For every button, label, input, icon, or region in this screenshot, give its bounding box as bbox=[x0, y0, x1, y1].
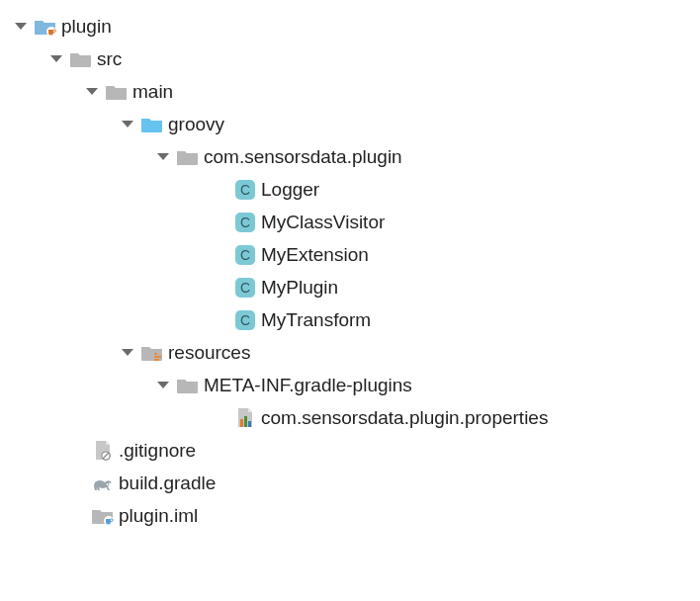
svg-text:C: C bbox=[240, 182, 250, 198]
tree-row[interactable]: plugin bbox=[10, 10, 700, 43]
expand-arrow-icon[interactable] bbox=[117, 121, 138, 128]
class-icon: C bbox=[231, 309, 259, 331]
gitignore-icon bbox=[89, 440, 117, 462]
iml-icon bbox=[89, 506, 117, 526]
expand-arrow-icon[interactable] bbox=[152, 153, 174, 160]
tree-item-label: com.sensorsdata.plugin bbox=[202, 146, 402, 168]
tree-row[interactable]: CMyClassVisitor bbox=[10, 206, 700, 238]
expand-arrow-icon[interactable] bbox=[81, 88, 103, 95]
tree-item-label: MyTransform bbox=[259, 309, 371, 331]
tree-item-label: MyExtension bbox=[259, 244, 369, 266]
class-icon: C bbox=[231, 244, 259, 266]
svg-rect-16 bbox=[248, 421, 251, 427]
tree-row[interactable]: com.sensorsdata.plugin bbox=[10, 140, 700, 173]
tree-row[interactable]: CMyPlugin bbox=[10, 271, 700, 303]
tree-item-label: plugin.iml bbox=[117, 505, 198, 527]
class-icon: C bbox=[231, 212, 259, 233]
tree-row[interactable]: CLogger bbox=[10, 173, 700, 206]
tree-item-label: main bbox=[131, 81, 173, 103]
tree-item-label: META-INF.gradle-plugins bbox=[202, 375, 412, 396]
tree-row[interactable]: CMyTransform bbox=[10, 303, 700, 336]
tree-item-label: resources bbox=[166, 342, 250, 364]
tree-item-label: .gitignore bbox=[117, 440, 196, 462]
project-tree: pluginsrcmaingroovycom.sensorsdata.plugi… bbox=[10, 10, 700, 532]
folder-gray-icon bbox=[103, 82, 131, 102]
svg-rect-15 bbox=[244, 416, 247, 427]
svg-text:C: C bbox=[240, 215, 250, 230]
tree-row[interactable]: src bbox=[10, 43, 700, 75]
tree-row[interactable]: main bbox=[10, 75, 700, 108]
svg-rect-12 bbox=[154, 356, 161, 358]
tree-item-label: Logger bbox=[259, 179, 319, 201]
tree-row[interactable]: META-INF.gradle-plugins bbox=[10, 369, 700, 401]
svg-point-20 bbox=[107, 483, 109, 485]
class-icon: C bbox=[231, 277, 259, 299]
tree-row[interactable]: plugin.iml bbox=[10, 499, 700, 532]
svg-text:C: C bbox=[240, 312, 250, 328]
svg-text:C: C bbox=[240, 280, 250, 296]
folder-gray-icon bbox=[174, 376, 202, 395]
svg-rect-14 bbox=[240, 419, 243, 427]
tree-item-label: build.gradle bbox=[117, 472, 216, 494]
svg-rect-11 bbox=[154, 353, 157, 355]
folder-gray-icon bbox=[67, 49, 95, 69]
expand-arrow-icon[interactable] bbox=[10, 23, 32, 30]
folder-blue-icon bbox=[138, 115, 166, 134]
tree-item-label: com.sensorsdata.plugin.properties bbox=[259, 407, 548, 429]
tree-item-label: MyClassVisitor bbox=[259, 212, 385, 233]
tree-item-label: plugin bbox=[59, 16, 112, 38]
folder-gray-icon bbox=[174, 147, 202, 167]
svg-text:C: C bbox=[240, 247, 250, 263]
tree-item-label: groovy bbox=[166, 114, 224, 135]
folder-res-icon bbox=[138, 343, 166, 363]
gradle-icon bbox=[89, 473, 117, 493]
tree-row[interactable]: CMyExtension bbox=[10, 238, 700, 271]
svg-rect-13 bbox=[154, 359, 159, 361]
tree-row[interactable]: resources bbox=[10, 336, 700, 369]
tree-row[interactable]: groovy bbox=[10, 108, 700, 140]
tree-item-label: MyPlugin bbox=[259, 277, 338, 299]
tree-row[interactable]: build.gradle bbox=[10, 467, 700, 499]
expand-arrow-icon[interactable] bbox=[45, 55, 67, 62]
folder-coffee-icon bbox=[32, 17, 59, 37]
properties-icon bbox=[231, 407, 259, 429]
expand-arrow-icon[interactable] bbox=[152, 382, 174, 388]
tree-row[interactable]: com.sensorsdata.plugin.properties bbox=[10, 401, 700, 434]
tree-item-label: src bbox=[95, 48, 122, 70]
expand-arrow-icon[interactable] bbox=[117, 349, 138, 356]
class-icon: C bbox=[231, 179, 259, 201]
tree-row[interactable]: .gitignore bbox=[10, 434, 700, 467]
